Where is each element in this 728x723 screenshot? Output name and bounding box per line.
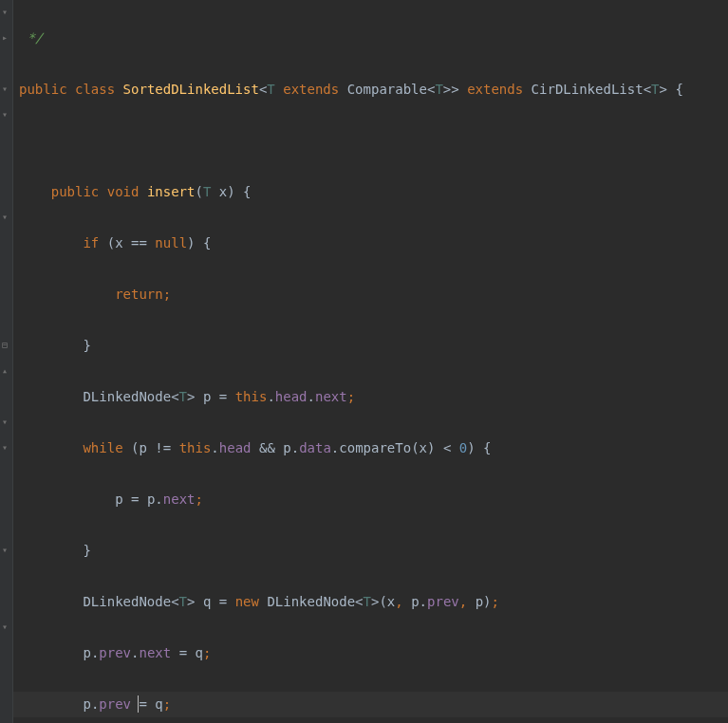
field: next <box>163 491 196 507</box>
semi: ; <box>196 491 203 507</box>
field: head <box>219 440 252 455</box>
fold-icon[interactable]: ▾ <box>2 8 11 17</box>
punct: ) <box>187 235 195 250</box>
keyword: extends <box>467 82 523 97</box>
code-editor[interactable]: */ public class SortedDLinkedList<T exte… <box>13 0 728 723</box>
var: p <box>283 440 290 455</box>
punct: ( <box>107 235 115 250</box>
punct: < <box>355 594 363 609</box>
code-line[interactable]: DLinkedNode<T> q = new DLinkedNode<T>(x,… <box>13 589 728 615</box>
fold-icon[interactable]: ▾ <box>2 622 11 632</box>
punct: > <box>187 389 195 404</box>
text-cursor <box>138 695 139 713</box>
fold-icon[interactable]: ▾ <box>2 443 11 453</box>
fold-icon[interactable]: ▾ <box>2 417 11 427</box>
gutter-marker-icon[interactable]: ⊟ <box>2 341 11 350</box>
field: data <box>299 440 331 455</box>
brace: { <box>675 82 682 97</box>
op: = <box>131 491 139 507</box>
fold-icon[interactable]: ▸ <box>2 33 11 43</box>
fold-icon[interactable]: ▾ <box>2 546 11 555</box>
semi: ; <box>347 389 355 404</box>
punct: > <box>451 82 458 97</box>
type-param: T <box>435 82 442 97</box>
fold-icon[interactable]: ▾ <box>2 84 11 94</box>
semi: ; <box>163 287 171 302</box>
op: && <box>259 440 275 455</box>
type-param: T <box>203 184 211 199</box>
fold-icon[interactable]: ▾ <box>2 213 11 222</box>
field: head <box>275 389 308 404</box>
fold-icon[interactable]: ▴ <box>2 366 11 376</box>
code-line[interactable]: return; <box>13 282 728 307</box>
keyword: new <box>235 594 259 609</box>
type: DLinkedNode <box>267 594 355 609</box>
type-param: T <box>179 594 187 609</box>
code-line[interactable]: p = p.next; <box>13 487 728 512</box>
keyword: this <box>235 389 268 404</box>
punct: < <box>644 82 651 97</box>
punct: > <box>187 594 195 609</box>
code-line[interactable]: while (p != this.head && p.data.compareT… <box>13 436 728 461</box>
type: CirDLinkedList <box>532 82 644 97</box>
keyword: if <box>83 235 99 250</box>
punct: ) <box>467 440 475 455</box>
brace: } <box>83 543 90 558</box>
field: next <box>315 389 347 404</box>
var: p <box>411 594 419 609</box>
type: DLinkedNode <box>83 389 171 404</box>
code-line[interactable]: */ <box>13 26 728 51</box>
semi: ; <box>203 645 211 660</box>
method-call: compareTo <box>339 440 411 455</box>
var: q <box>196 645 203 660</box>
punct: ) <box>483 594 491 609</box>
keyword: void <box>107 184 140 199</box>
fold-icon[interactable]: ▾ <box>2 110 11 120</box>
var: p <box>83 696 90 712</box>
punct: < <box>171 389 178 404</box>
comma: , <box>395 594 402 609</box>
code-line-active[interactable]: p.prev = q; <box>13 692 728 717</box>
type-param: T <box>651 82 659 97</box>
brace: } <box>83 338 90 353</box>
code-line[interactable] <box>13 128 728 154</box>
field: prev <box>99 645 131 660</box>
punct: ( <box>379 594 386 609</box>
var: p <box>115 491 122 507</box>
keyword: public <box>51 184 100 199</box>
keyword: public <box>19 82 67 97</box>
keyword: while <box>83 440 122 455</box>
brace: { <box>203 235 211 250</box>
dot: . <box>211 440 218 455</box>
op: = <box>179 645 187 660</box>
type-param: T <box>364 594 371 609</box>
code-line[interactable]: DLinkedNode<T> p = this.head.next; <box>13 384 728 410</box>
op: != <box>155 440 171 455</box>
punct: ( <box>411 440 419 455</box>
var: p <box>139 440 146 455</box>
var: q <box>203 594 211 609</box>
semi: ; <box>163 696 171 712</box>
comma: , <box>459 594 467 609</box>
code-line[interactable]: if (x == null) { <box>13 231 728 256</box>
keyword: extends <box>283 82 339 97</box>
op: = <box>219 594 227 609</box>
punct: ) <box>227 184 234 199</box>
code-line[interactable]: } <box>13 333 728 359</box>
code-line[interactable]: public void insert(T x) { <box>13 179 728 205</box>
dot: . <box>308 389 315 404</box>
type: DLinkedNode <box>83 594 171 609</box>
op: < <box>443 440 451 455</box>
dot: . <box>420 594 427 609</box>
brace: { <box>483 440 491 455</box>
keyword: class <box>75 82 115 97</box>
type: Comparable <box>347 82 427 97</box>
code-line[interactable]: public class SortedDLinkedList<T extends… <box>13 77 728 102</box>
op: == <box>131 235 147 250</box>
comment: */ <box>19 30 43 46</box>
code-line[interactable]: } <box>13 538 728 564</box>
method-name: insert <box>147 184 196 199</box>
code-line[interactable]: p.prev.next = q; <box>13 640 728 666</box>
op: = <box>219 389 227 404</box>
dot: . <box>267 389 274 404</box>
